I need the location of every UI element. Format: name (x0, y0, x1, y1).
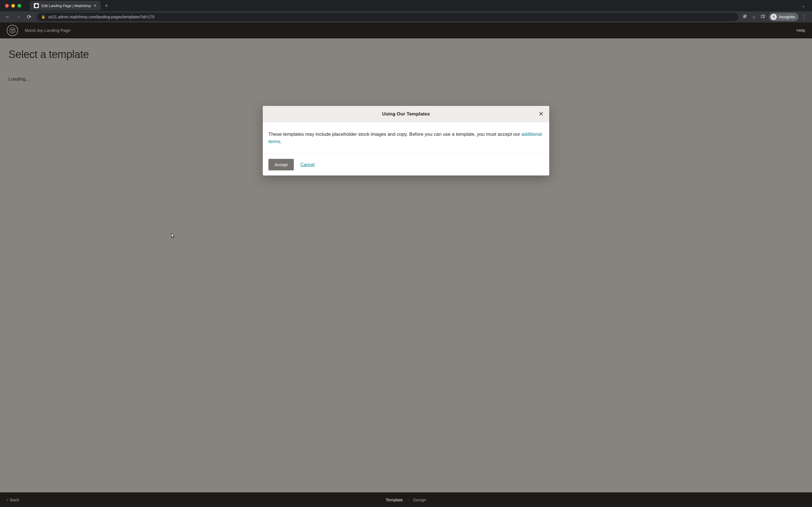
incognito-avatar-icon (770, 14, 777, 20)
terms-modal: Using Our Templates ✕ These templates ma… (263, 106, 549, 175)
tab-strip: Edit Landing Page | Mailchimp ✕ + ⌄ (30, 0, 812, 11)
modal-header: Using Our Templates ✕ (263, 106, 549, 122)
modal-title: Using Our Templates (382, 111, 430, 117)
svg-point-8 (13, 29, 14, 30)
modal-close-icon[interactable]: ✕ (539, 110, 544, 118)
modal-body: These templates may include placeholder … (263, 122, 549, 154)
window-close-dot[interactable] (5, 4, 9, 8)
modal-body-text-prefix: These templates may include placeholder … (268, 131, 521, 137)
app-body: Select a template Loading... Using Our T… (0, 38, 812, 492)
svg-rect-4 (761, 15, 765, 17)
cancel-link[interactable]: Cancel (301, 162, 315, 167)
window-minimize-dot[interactable] (11, 4, 15, 8)
footer-steps: Template › Design (386, 497, 426, 502)
modal-actions: Accept Cancel (263, 154, 549, 175)
url-bar[interactable]: 🔒 us21.admin.mailchimp.com/landing-pages… (37, 13, 739, 21)
mailchimp-footer: ‹ Back Template › Design (0, 492, 812, 507)
nav-back-icon[interactable]: ← (3, 12, 12, 22)
loading-text: Loading... (8, 76, 804, 82)
help-link[interactable]: Help (797, 28, 805, 33)
accept-button[interactable]: Accept (268, 159, 294, 170)
chevron-right-icon: › (407, 498, 409, 502)
panel-icon[interactable] (760, 14, 766, 20)
incognito-chip[interactable]: Incognito (769, 13, 799, 21)
os-titlebar: Edit Landing Page | Mailchimp ✕ + ⌄ (0, 0, 812, 11)
page-title: Select a template (8, 48, 804, 61)
mailchimp-logo-icon[interactable] (7, 25, 18, 36)
new-tab-button[interactable]: + (105, 3, 108, 9)
browser-menu-kebab-icon[interactable]: ⋮ (801, 14, 808, 20)
window-zoom-dot[interactable] (17, 4, 21, 8)
mailchimp-header: Mood Joy Landing Page Help (0, 22, 812, 38)
tabs-overflow-icon[interactable]: ⌄ (802, 3, 812, 8)
nav-reload-icon[interactable]: ⟳ (24, 12, 34, 22)
step-template[interactable]: Template (386, 497, 403, 502)
svg-point-0 (35, 4, 38, 7)
lock-icon: 🔒 (41, 15, 45, 19)
tab-title: Edit Landing Page | Mailchimp (42, 4, 91, 8)
modal-body-text-suffix: . (281, 139, 282, 144)
step-design[interactable]: Design (413, 497, 426, 502)
svg-point-6 (10, 27, 15, 33)
mailchimp-favicon-icon (34, 3, 39, 8)
svg-point-7 (11, 29, 12, 30)
browser-tab[interactable]: Edit Landing Page | Mailchimp ✕ (30, 1, 101, 10)
cursor-icon (171, 233, 175, 239)
browser-address-bar: ← → ⟳ 🔒 us21.admin.mailchimp.com/landing… (0, 11, 812, 22)
tracking-blocked-icon[interactable] (742, 14, 748, 20)
footer-back-label: Back (10, 497, 19, 502)
footer-back-link[interactable]: ‹ Back (7, 497, 19, 502)
bookmark-star-icon[interactable]: ☆ (751, 14, 757, 20)
chevron-left-icon: ‹ (7, 497, 8, 502)
nav-forward-icon: → (13, 12, 23, 22)
tab-close-icon[interactable]: ✕ (93, 3, 97, 8)
url-text: us21.admin.mailchimp.com/landing-pages/t… (48, 15, 154, 19)
page-name: Mood Joy Landing Page (25, 28, 70, 33)
incognito-label: Incognito (779, 15, 795, 19)
